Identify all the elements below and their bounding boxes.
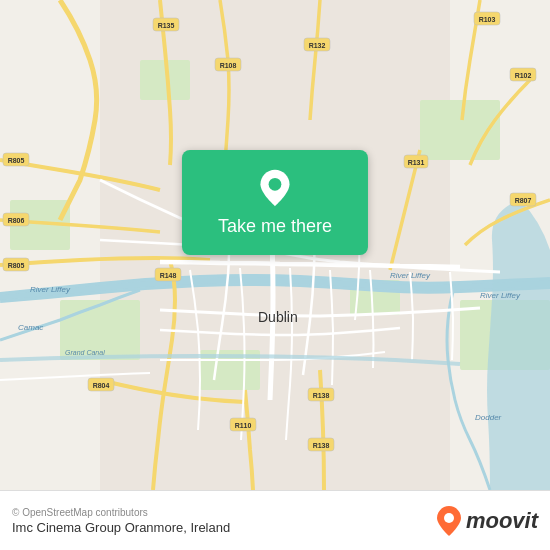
- footer-left: © OpenStreetMap contributors Imc Cinema …: [12, 507, 230, 535]
- svg-text:R103: R103: [479, 16, 496, 23]
- svg-text:Grand Canal: Grand Canal: [65, 349, 105, 356]
- footer: © OpenStreetMap contributors Imc Cinema …: [0, 490, 550, 550]
- svg-text:R807: R807: [515, 197, 532, 204]
- copyright-text: © OpenStreetMap contributors: [12, 507, 230, 518]
- svg-point-47: [444, 513, 454, 523]
- location-name: Imc Cinema Group Oranmore, Ireland: [12, 520, 230, 535]
- svg-text:R148: R148: [160, 272, 177, 279]
- take-me-there-container: Take me there: [182, 150, 368, 255]
- svg-text:R806: R806: [8, 217, 25, 224]
- moovit-pin-icon: [436, 505, 462, 537]
- svg-text:R805: R805: [8, 157, 25, 164]
- svg-text:River Liffey: River Liffey: [30, 285, 71, 294]
- button-label: Take me there: [218, 216, 332, 237]
- svg-text:R132: R132: [309, 42, 326, 49]
- svg-text:Dodder: Dodder: [475, 413, 502, 422]
- svg-text:Dublin: Dublin: [258, 309, 298, 325]
- svg-text:R138: R138: [313, 392, 330, 399]
- map-container: R108 R135 R132 R103 R102 R807 R131 R805 …: [0, 0, 550, 490]
- svg-text:River Liffey: River Liffey: [480, 291, 521, 300]
- svg-text:Camac: Camac: [18, 323, 43, 332]
- moovit-logo: moovit: [436, 505, 538, 537]
- svg-text:R138: R138: [313, 442, 330, 449]
- svg-text:R805: R805: [8, 262, 25, 269]
- svg-text:R135: R135: [158, 22, 175, 29]
- svg-point-46: [269, 178, 282, 191]
- svg-text:River Liffey: River Liffey: [390, 271, 431, 280]
- location-pin-icon: [255, 168, 295, 208]
- take-me-there-button[interactable]: Take me there: [182, 150, 368, 255]
- svg-text:R102: R102: [515, 72, 532, 79]
- svg-text:R110: R110: [235, 422, 252, 429]
- svg-text:R108: R108: [220, 62, 237, 69]
- svg-text:R131: R131: [408, 159, 425, 166]
- moovit-brand-text: moovit: [466, 508, 538, 534]
- svg-text:R804: R804: [93, 382, 110, 389]
